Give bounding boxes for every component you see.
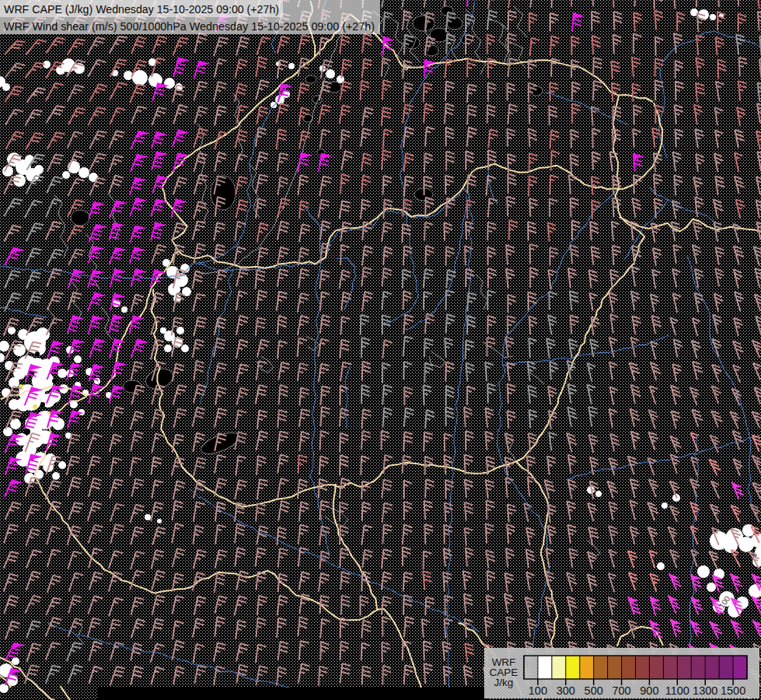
svg-text:1500: 1500 <box>721 684 745 697</box>
svg-text:WRF CAPE (J/kg) Wednesday 15-1: WRF CAPE (J/kg) Wednesday 15-10-2025 09:… <box>4 2 279 16</box>
svg-text:900: 900 <box>640 684 658 697</box>
svg-text:700: 700 <box>612 684 630 697</box>
svg-text:1300: 1300 <box>693 684 717 697</box>
svg-text:1100: 1100 <box>665 684 689 697</box>
svg-text:100: 100 <box>529 684 547 697</box>
svg-text:J/kg: J/kg <box>494 677 514 688</box>
svg-text:300: 300 <box>557 684 575 697</box>
svg-text:WRF Wind shear (m/s) 500/1000h: WRF Wind shear (m/s) 500/1000hPa Wednesd… <box>4 19 375 33</box>
svg-text:500: 500 <box>585 684 603 697</box>
